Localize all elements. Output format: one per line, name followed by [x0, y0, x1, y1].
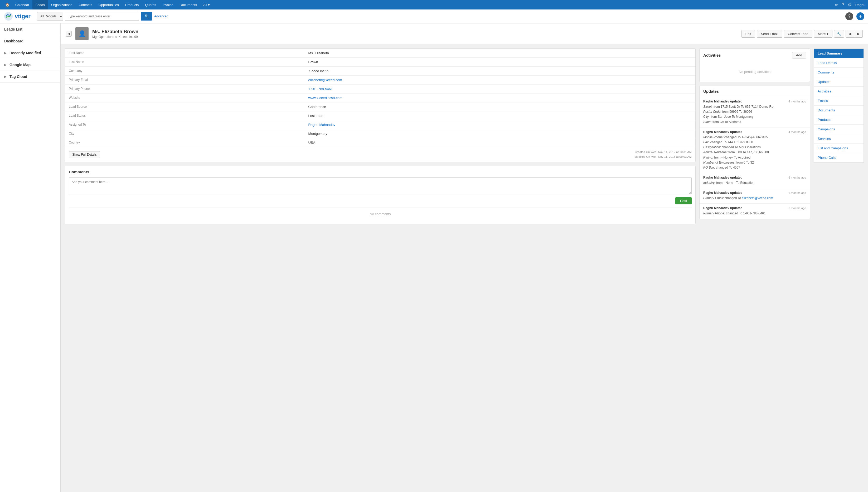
record-info: Ms. Elizabeth Brown Mgr Operations at X-…	[92, 29, 138, 39]
more-button[interactable]: More ▾	[814, 30, 832, 38]
right-nav-item-activities[interactable]: Activities	[814, 87, 864, 96]
update-line: Primary Phone: changed To 1-961-788-5461	[703, 211, 806, 216]
next-record-button[interactable]: ▶	[854, 30, 863, 38]
no-activities-text: No pending activities	[700, 62, 810, 82]
nav-invoice[interactable]: Invoice	[159, 0, 177, 9]
detail-field-value[interactable]: Raghu Mahaadev	[305, 120, 695, 129]
user-menu[interactable]: Raghu	[855, 3, 865, 7]
recently-modified-arrow: ▶	[4, 51, 6, 55]
update-time: 4 months ago	[789, 130, 806, 133]
right-nav-item-campaigns[interactable]: Campaigns	[814, 125, 864, 134]
record-actions: Edit Send Email Convert Lead More ▾ 🔧 ◀ …	[742, 30, 863, 38]
right-nav-item-emails[interactable]: Emails	[814, 96, 864, 106]
sidebar-item-tag-cloud[interactable]: ▶ Tag Cloud	[0, 71, 61, 83]
nav-contacts[interactable]: Contacts	[75, 0, 95, 9]
nav-quotes[interactable]: Quotes	[142, 0, 159, 9]
sidebar: Leads List Dashboard ▶ Recently Modified…	[0, 23, 61, 492]
comments-title: Comments	[69, 170, 691, 174]
update-line: State: from CA To Alabama	[703, 120, 806, 125]
nav-leads[interactable]: Leads	[32, 0, 48, 9]
update-line: Street: from 1715 Scott Dr To 652-7114 D…	[703, 104, 806, 109]
sidebar-item-google-map[interactable]: ▶ Google Map	[0, 59, 61, 71]
update-line: PO Box: changed To 4567	[703, 165, 806, 170]
update-author: Raghu Mahaadev updated	[703, 206, 743, 210]
detail-field-value: Brown	[305, 58, 695, 67]
right-nav-item-list-and-campaigns[interactable]: List and Campaigns	[814, 144, 864, 153]
tools-button[interactable]: 🔧	[834, 30, 844, 38]
search-scope-select[interactable]: All Records	[37, 12, 63, 21]
detail-field-label: Country	[65, 138, 305, 147]
avatar: 👤	[75, 27, 89, 40]
update-line: City: from San Jose To Montgomery	[703, 114, 806, 119]
comments-section: Comments Post No comments	[65, 166, 696, 224]
update-entry: Raghu Mahaadev updated6 months agoPrimar…	[700, 188, 810, 204]
update-line: Annual Revenue: from 0.00 To 147,700,665…	[703, 150, 806, 155]
nav-documents[interactable]: Documents	[177, 0, 200, 9]
main-column: First NameMs. ElizabethLast NameBrownCom…	[65, 48, 696, 224]
search-input[interactable]	[65, 12, 139, 21]
right-nav-item-comments[interactable]: Comments	[814, 68, 864, 77]
right-nav-item-lead-details[interactable]: Lead Details	[814, 58, 864, 68]
update-line: Rating: from --None-- To Acquired	[703, 155, 806, 160]
nav-all[interactable]: All ▾	[200, 0, 213, 9]
settings-icon[interactable]: ⚙	[848, 2, 852, 7]
search-button[interactable]: 🔍	[141, 12, 152, 21]
three-col-layout: First NameMs. ElizabethLast NameBrownCom…	[61, 44, 868, 228]
record-header: ◀ 👤 Ms. Elizabeth Brown Mgr Operations a…	[61, 23, 868, 44]
right-nav-item-documents[interactable]: Documents	[814, 106, 864, 115]
right-nav-item-lead-summary[interactable]: Lead Summary	[814, 49, 864, 58]
update-line: Number of Employees: from 0 To 32	[703, 160, 806, 165]
detail-field-label: Assigned To	[65, 120, 305, 129]
activities-title: Activities	[703, 53, 721, 57]
detail-field-value: Conference	[305, 102, 695, 112]
right-nav-item-services[interactable]: Services	[814, 134, 864, 144]
sidebar-item-dashboard[interactable]: Dashboard	[0, 35, 61, 47]
pencil-icon[interactable]: ✏	[835, 2, 838, 7]
right-nav-item-products[interactable]: Products	[814, 115, 864, 125]
add-new-button[interactable]: +	[857, 13, 864, 20]
detail-field-value[interactable]: www.x-ceedinc99.com	[305, 94, 695, 102]
details-card: First NameMs. ElizabethLast NameBrownCom…	[65, 48, 696, 162]
convert-lead-button[interactable]: Convert Lead	[784, 30, 813, 38]
help-icon[interactable]: ?	[842, 2, 844, 7]
nav-products[interactable]: Products	[122, 0, 142, 9]
post-comment-button[interactable]: Post	[675, 197, 691, 204]
update-line: Postal Code: from 99999 To 36066	[703, 109, 806, 114]
sidebar-item-recently-modified[interactable]: ▶ Recently Modified	[0, 47, 61, 59]
right-nav-item-updates[interactable]: Updates	[814, 77, 864, 87]
collapse-sidebar-button[interactable]: ◀	[66, 31, 72, 36]
prev-record-button[interactable]: ◀	[846, 30, 854, 38]
tag-cloud-arrow: ▶	[4, 75, 6, 78]
google-map-arrow: ▶	[4, 63, 6, 67]
modified-on: Modified On Mon, Nov 11, 2013 at 09:03 A…	[634, 155, 691, 159]
activities-card: Activities Add No pending activities	[699, 48, 810, 82]
help-circle-icon[interactable]: ?	[845, 13, 853, 20]
search-bar: vtiger All Records 🔍 Advanced ? +	[0, 9, 868, 23]
topnav-right: ✏ ? ⚙ Raghu	[835, 2, 865, 7]
send-email-button[interactable]: Send Email	[757, 30, 782, 38]
record-subtitle: Mgr Operations at X-ceed inc 99	[92, 35, 138, 39]
google-map-label: Google Map	[9, 63, 30, 67]
update-link[interactable]: elizabeth@xceed.com	[742, 196, 773, 200]
logo: vtiger	[4, 11, 30, 21]
advanced-search-link[interactable]: Advanced	[154, 15, 168, 18]
detail-field-label: Last Name	[65, 58, 305, 67]
update-line: Mobile Phone: changed To 1-(345)-4566-34…	[703, 135, 806, 140]
detail-field-value: Montgomery	[305, 129, 695, 138]
edit-button[interactable]: Edit	[742, 30, 755, 38]
nav-organizations[interactable]: Organizations	[48, 0, 75, 9]
nav-home[interactable]: 🏠	[3, 0, 12, 9]
add-activity-button[interactable]: Add	[792, 52, 806, 58]
show-full-details-button[interactable]: Show Full Details	[69, 151, 100, 158]
nav-opportunities[interactable]: Opportunities	[95, 0, 122, 9]
tag-cloud-label: Tag Cloud	[9, 75, 27, 79]
sidebar-item-leads-list[interactable]: Leads List	[0, 23, 61, 35]
detail-field-value: Lost Lead	[305, 112, 695, 120]
detail-field-value: USA	[305, 138, 695, 147]
right-nav-item-phone-calls[interactable]: Phone Calls	[814, 153, 864, 163]
detail-field-value[interactable]: elizabeth@xceed.com	[305, 76, 695, 84]
update-time: 6 months ago	[789, 176, 806, 179]
nav-calendar[interactable]: Calendar	[12, 0, 32, 9]
comment-textarea[interactable]	[69, 177, 691, 194]
detail-field-value[interactable]: 1-961-788-5461	[305, 84, 695, 94]
